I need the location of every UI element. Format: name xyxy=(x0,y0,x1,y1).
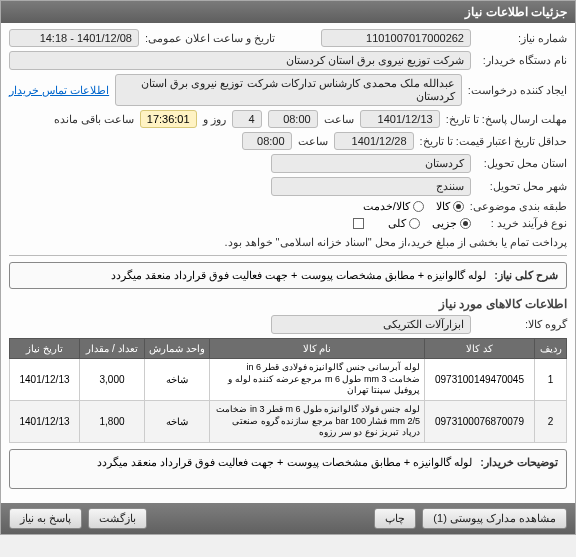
table-row: 2 0973100076870079 لوله جنس فولاد گالوان… xyxy=(10,401,567,443)
radio-dot-icon xyxy=(460,218,471,229)
reply-deadline-date: 1401/12/13 xyxy=(360,110,440,128)
radio-khadamat-label: کالا/خدمت xyxy=(363,200,410,213)
announce-value: 1401/12/08 - 14:18 xyxy=(9,29,139,47)
radio-kol-label: کلی xyxy=(388,217,406,230)
remain-suffix: ساعت باقی مانده xyxy=(54,113,134,126)
th-date: تاریخ نیاز xyxy=(10,339,80,359)
radio-khadamat[interactable]: کالا/خدمت xyxy=(363,200,424,213)
treasury-checkbox[interactable] xyxy=(353,218,364,229)
desc-label: شرح کلی نیاز: xyxy=(494,269,558,282)
category-radio-group: کالا کالا/خدمت xyxy=(363,200,464,213)
validity-date: 1401/12/28 xyxy=(334,132,414,150)
th-idx: ردیف xyxy=(535,339,567,359)
items-section-title: اطلاعات کالاهای مورد نیاز xyxy=(9,297,567,311)
need-no-value: 1101007017000262 xyxy=(321,29,471,47)
buyer-contact-link[interactable]: اطلاعات تماس خریدار xyxy=(9,84,109,97)
cell-name: لوله جنس فولاد گالوانیزه طول 6 m قطر 3 i… xyxy=(210,401,425,443)
th-unit: واحد شمارش xyxy=(145,339,210,359)
cell-date: 1401/12/13 xyxy=(10,359,80,401)
table-row: 1 0973100149470045 لوله آبرسانی جنس گالو… xyxy=(10,359,567,401)
creator-label: ایجاد کننده درخواست: xyxy=(468,84,567,97)
desc-text: لوله گالوانیزه + مطابق مشخصات پیوست + جه… xyxy=(111,269,487,282)
province-label: استان محل تحویل: xyxy=(477,157,567,170)
process-label: نوع فرآیند خرید : xyxy=(477,217,567,230)
footer-bar: مشاهده مدارک پیوستی (1) چاپ بازگشت پاسخ … xyxy=(1,503,575,534)
group-value: ابزارآلات الکتریکی xyxy=(271,315,471,334)
saat-label-2: ساعت xyxy=(298,135,328,148)
announce-label: تاریخ و ساعت اعلان عمومی: xyxy=(145,32,275,45)
th-qty: تعداد / مقدار xyxy=(80,339,145,359)
payment-note: پرداخت تمام یا بخشی از مبلغ خرید،از محل … xyxy=(224,236,567,249)
th-code: کد کالا xyxy=(425,339,535,359)
days-remaining: 4 xyxy=(232,110,262,128)
notes-label: توضیحات خریدار: xyxy=(480,456,558,469)
validity-time: 08:00 xyxy=(242,132,292,150)
general-desc-box: شرح کلی نیاز: لوله گالوانیزه + مطابق مشخ… xyxy=(9,262,567,289)
separator xyxy=(9,255,567,256)
buyer-label: نام دستگاه خریدار: xyxy=(477,54,567,67)
radio-kala[interactable]: کالا xyxy=(436,200,464,213)
creator-value: عبدالله ملک محمدی کارشناس تدارکات شرکت ت… xyxy=(115,74,462,106)
attachments-button[interactable]: مشاهده مدارک پیوستی (1) xyxy=(422,508,567,529)
cell-unit: شاخه xyxy=(145,401,210,443)
need-details-window: جزئیات اطلاعات نیاز شماره نیاز: 11010070… xyxy=(0,0,576,535)
form-area: شماره نیاز: 1101007017000262 تاریخ و ساع… xyxy=(1,23,575,503)
rooz-va-label: روز و xyxy=(203,113,226,126)
group-label: گروه کالا: xyxy=(477,318,567,331)
radio-kol[interactable]: کلی xyxy=(388,217,420,230)
city-label: شهر محل تحویل: xyxy=(477,180,567,193)
window-title: جزئیات اطلاعات نیاز xyxy=(1,1,575,23)
print-button[interactable]: چاپ xyxy=(374,508,416,529)
reply-deadline-label: مهلت ارسال پاسخ: تا تاریخ: xyxy=(446,113,567,126)
reply-deadline-time: 08:00 xyxy=(268,110,318,128)
saat-label-1: ساعت xyxy=(324,113,354,126)
need-no-label: شماره نیاز: xyxy=(477,32,567,45)
city-value: سنندج xyxy=(271,177,471,196)
cell-code: 0973100076870079 xyxy=(425,401,535,443)
cell-date: 1401/12/13 xyxy=(10,401,80,443)
back-button[interactable]: بازگشت xyxy=(88,508,147,529)
radio-dot-icon xyxy=(409,218,420,229)
validity-label: حداقل تاریخ اعتبار قیمت: تا تاریخ: xyxy=(420,135,567,148)
cell-unit: شاخه xyxy=(145,359,210,401)
cell-idx: 1 xyxy=(535,359,567,401)
cell-qty: 1,800 xyxy=(80,401,145,443)
items-table: ردیف کد کالا نام کالا واحد شمارش تعداد /… xyxy=(9,338,567,443)
cell-qty: 3,000 xyxy=(80,359,145,401)
th-name: نام کالا xyxy=(210,339,425,359)
cell-name: لوله آبرسانی جنس گالوانیزه فولادی قطر 6 … xyxy=(210,359,425,401)
reply-button[interactable]: پاسخ به نیاز xyxy=(9,508,82,529)
radio-dot-icon xyxy=(453,201,464,212)
buyer-value: شرکت توزیع نیروی برق استان کردستان xyxy=(9,51,471,70)
table-header-row: ردیف کد کالا نام کالا واحد شمارش تعداد /… xyxy=(10,339,567,359)
countdown-timer: 17:36:01 xyxy=(140,110,197,128)
province-value: کردستان xyxy=(271,154,471,173)
radio-joz-label: جزیی xyxy=(432,217,457,230)
buyer-notes-box: توضیحات خریدار: لوله گالوانیزه + مطابق م… xyxy=(9,449,567,489)
cell-code: 0973100149470045 xyxy=(425,359,535,401)
radio-kala-label: کالا xyxy=(436,200,450,213)
radio-dot-icon xyxy=(413,201,424,212)
cell-idx: 2 xyxy=(535,401,567,443)
category-label: طبقه بندی موضوعی: xyxy=(470,200,567,213)
notes-text: لوله گالوانیزه + مطابق مشخصات پیوست + جه… xyxy=(97,456,473,469)
radio-joz[interactable]: جزیی xyxy=(432,217,471,230)
process-radio-group: جزیی کلی xyxy=(388,217,471,230)
